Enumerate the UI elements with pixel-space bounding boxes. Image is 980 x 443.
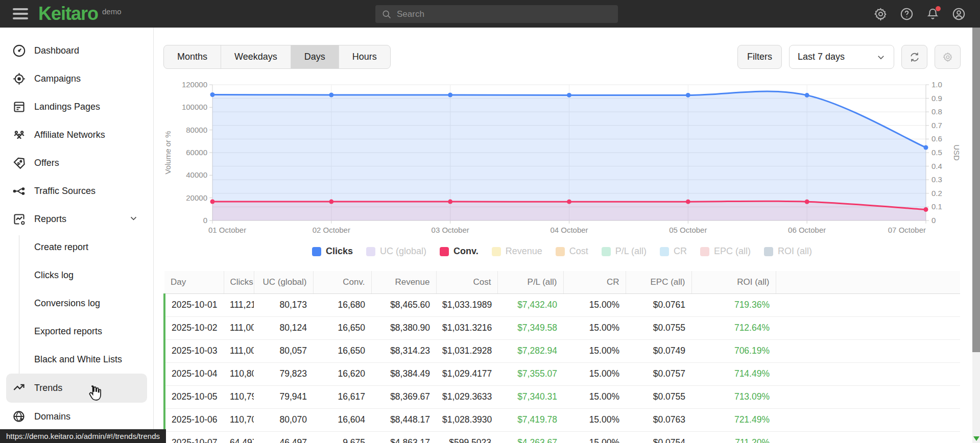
cell-cr: 15.00% — [563, 316, 626, 339]
cell-filler — [776, 385, 960, 408]
topbar: Keitaro demo — [0, 0, 980, 28]
chevron-down-icon[interactable] — [129, 214, 138, 225]
table-row[interactable]: 2025-10-02111,0080,12416,650$8,380.90$1,… — [164, 316, 960, 339]
hamburger-menu-icon[interactable] — [13, 8, 28, 19]
globe-icon — [12, 410, 26, 424]
sidebar-item-landings-pages[interactable]: Landings Pages — [0, 93, 153, 121]
y-axis-right-label: 0.7 — [931, 121, 942, 130]
cell-roi-all: 712.64% — [691, 316, 776, 339]
account-icon[interactable] — [952, 7, 966, 21]
table-row[interactable]: 2025-10-0764,49746,4979,675$4,863.17$599… — [164, 431, 960, 443]
tab-days[interactable]: Days — [291, 45, 339, 68]
cell-p-l-all: $7,419.78 — [497, 408, 563, 431]
tab-months[interactable]: Months — [164, 45, 221, 68]
sidebar-item-affiliate-networks[interactable]: Affiliate Networks — [0, 121, 153, 149]
cell-uc-global: 46,497 — [254, 431, 313, 443]
column-header-conv[interactable]: Conv. — [313, 271, 371, 293]
legend-item-clicks[interactable]: Clicks — [312, 246, 353, 257]
scrollbar-thumb[interactable] — [972, 28, 980, 352]
main-content: Months Weekdays Days Hours Filters Last … — [154, 28, 980, 443]
sidebar-item-reports[interactable]: Reports — [0, 205, 153, 233]
legend-label: UC (global) — [380, 246, 426, 257]
legend-item-roi-all[interactable]: ROI (all) — [764, 246, 812, 257]
column-header-cost[interactable]: Cost — [436, 271, 497, 293]
table-row[interactable]: 2025-10-04110,8079,82316,620$8,384.49$1,… — [164, 362, 960, 385]
sidebar-item-label: Offers — [34, 158, 59, 168]
point-Clicks[interactable] — [448, 92, 452, 97]
point-Clicks[interactable] — [210, 92, 215, 97]
column-header-p-l-all[interactable]: P/L (all) — [497, 271, 563, 293]
point-Conv.[interactable] — [805, 200, 809, 204]
column-header-revenue[interactable]: Revenue — [371, 271, 436, 293]
cell-uc-global: 79,823 — [254, 362, 313, 385]
sidebar-item-campaigns[interactable]: Campaigns — [0, 65, 153, 93]
cell-filler — [776, 316, 960, 339]
legend-item-epc-all[interactable]: EPC (all) — [700, 246, 751, 257]
sidebar-item-clicks-log[interactable]: Clicks log — [0, 261, 153, 289]
point-Clicks[interactable] — [924, 145, 928, 150]
table-row[interactable]: 2025-10-01111,2180,17316,680$8,465.60$1,… — [164, 293, 960, 316]
point-Conv.[interactable] — [448, 200, 452, 204]
column-header-roi-all[interactable]: ROI (all) — [691, 271, 776, 293]
column-header-filler — [776, 271, 960, 293]
point-Conv.[interactable] — [686, 200, 690, 204]
point-Clicks[interactable] — [805, 93, 809, 97]
y-axis-right-label: 0.1 — [931, 202, 942, 211]
legend-item-cost[interactable]: Cost — [556, 246, 588, 257]
column-header-uc-global[interactable]: UC (global) — [254, 271, 313, 293]
legend-item-cr[interactable]: CR — [660, 246, 687, 257]
point-Conv.[interactable] — [210, 200, 215, 204]
filters-button[interactable]: Filters — [737, 45, 782, 69]
legend-label: ROI (all) — [778, 246, 812, 257]
legend-item-conv[interactable]: Conv. — [440, 246, 479, 257]
search-box[interactable] — [375, 5, 618, 23]
point-Clicks[interactable] — [567, 93, 571, 97]
sidebar-item-traffic-sources[interactable]: Traffic Sources — [0, 177, 153, 205]
legend-item-p-l-all[interactable]: P/L (all) — [602, 246, 647, 257]
sidebar-item-offers[interactable]: Offers — [0, 149, 153, 177]
legend-item-uc-global[interactable]: UC (global) — [366, 246, 426, 257]
sidebar-item-black-white-lists[interactable]: Black and White Lists — [0, 346, 153, 374]
cell-revenue: $8,369.67 — [371, 385, 436, 408]
tab-hours[interactable]: Hours — [339, 45, 390, 68]
sidebar-item-trends[interactable]: Trends — [6, 374, 147, 403]
search-input[interactable] — [397, 9, 601, 19]
table-row[interactable]: 2025-10-05110,7979,94116,617$8,369.67$1,… — [164, 385, 960, 408]
column-header-clicks[interactable]: Clicks — [224, 271, 254, 293]
point-Clicks[interactable] — [329, 92, 333, 97]
sidebar-item-domains[interactable]: Domains — [0, 403, 153, 431]
legend-swatch — [764, 247, 773, 256]
chart-settings-button[interactable] — [935, 45, 961, 69]
cell-roi-all: 706.19% — [691, 339, 776, 362]
sidebar-item-label: Landings Pages — [34, 102, 100, 112]
date-range-select[interactable]: Last 7 days — [789, 45, 894, 69]
tab-weekdays[interactable]: Weekdays — [221, 45, 291, 68]
table-row[interactable]: 2025-10-06110,7080,07016,604$8,448.17$1,… — [164, 408, 960, 431]
sidebar-item-exported-reports[interactable]: Exported reports — [0, 317, 153, 346]
column-header-epc-all[interactable]: EPC (all) — [626, 271, 691, 293]
legend-item-revenue[interactable]: Revenue — [492, 246, 542, 257]
x-axis-label: 05 October — [669, 226, 707, 234]
point-Conv.[interactable] — [924, 207, 928, 212]
sidebar-item-label: Campaigns — [34, 73, 81, 84]
table-row[interactable]: 2025-10-03111,0080,05716,650$8,314.23$1,… — [164, 339, 960, 362]
notifications-bell-icon[interactable] — [926, 7, 940, 21]
sidebar-item-dashboard[interactable]: Dashboard — [0, 37, 153, 65]
settings-gear-icon[interactable] — [874, 7, 888, 21]
sidebar-item-conversions-log[interactable]: Conversions log — [0, 289, 153, 317]
point-Conv.[interactable] — [329, 200, 333, 204]
cell-epc-all: $0.0763 — [626, 408, 691, 431]
column-header-cr[interactable]: CR — [563, 271, 626, 293]
sidebar-item-create-report[interactable]: Create report — [0, 233, 153, 261]
refresh-button[interactable] — [901, 45, 927, 69]
page-scrollbar[interactable] — [972, 28, 980, 443]
notification-badge — [936, 6, 941, 11]
point-Conv.[interactable] — [567, 200, 571, 204]
legend-label: P/L (all) — [615, 246, 647, 257]
y-axis-left-label: 100000 — [182, 103, 207, 111]
scroll-down-arrow-icon[interactable] — [973, 436, 979, 441]
point-Clicks[interactable] — [686, 93, 690, 97]
column-header-day[interactable]: Day — [164, 271, 224, 293]
sidebar-item-label: Domains — [34, 411, 70, 422]
help-icon[interactable] — [900, 7, 914, 21]
